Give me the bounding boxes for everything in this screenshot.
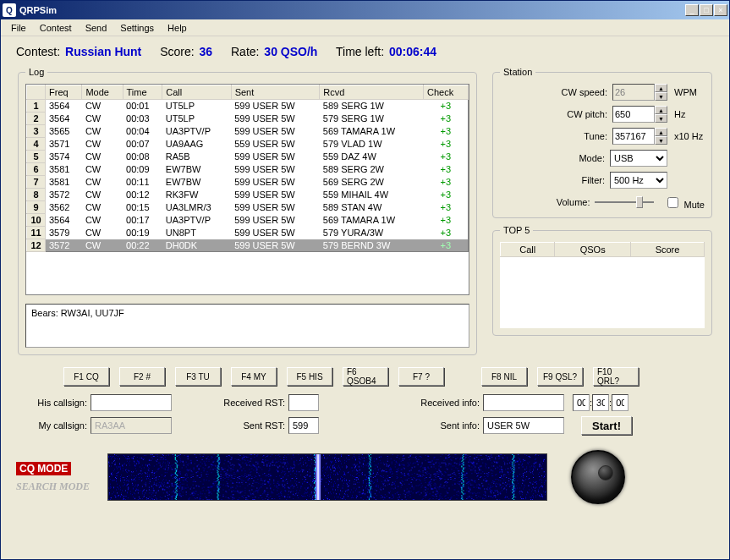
- rrst-input[interactable]: [288, 394, 319, 411]
- tune-down[interactable]: ▼: [655, 136, 667, 145]
- log-col-0[interactable]: [27, 85, 46, 100]
- srst-input[interactable]: [288, 417, 319, 434]
- fkey-f5[interactable]: F5 HIS: [287, 367, 332, 386]
- fkey-f2[interactable]: F2 #: [119, 367, 165, 386]
- top5-body: [500, 257, 705, 328]
- cwspeed-down[interactable]: ▼: [655, 92, 667, 101]
- volume-slider[interactable]: [595, 194, 654, 211]
- log-row[interactable]: 123572CW00:22DH0DK599 USER 5W579 BERND 3…: [27, 239, 469, 252]
- menu-settings[interactable]: Settings: [113, 21, 161, 35]
- menubar: FileContestSendSettingsHelp: [1, 19, 729, 36]
- titlebar: Q QRPSim _ □ ×: [1, 1, 729, 19]
- sinfo-input[interactable]: [483, 417, 564, 434]
- menu-send[interactable]: Send: [79, 21, 114, 35]
- fkey-f3[interactable]: F3 TU: [175, 367, 221, 386]
- bears-box: Bears: RW3AI, UU7JF: [25, 304, 469, 348]
- rrst-label: Received RST:: [172, 398, 285, 408]
- menu-help[interactable]: Help: [161, 21, 194, 35]
- mode-label: Mode:: [579, 153, 605, 163]
- station-box: Station CW speed: ▲▼ WPM CW pitch:: [492, 67, 712, 218]
- log-col-2[interactable]: Mode: [82, 85, 123, 100]
- log-row[interactable]: 93562CW00:15UA3LMR/3599 USER 5W589 STAN …: [27, 201, 469, 214]
- log-col-3[interactable]: Time: [123, 85, 162, 100]
- search-mode-label[interactable]: SEARCH MODE: [16, 480, 90, 493]
- filter-label: Filter:: [582, 175, 606, 185]
- time-hh[interactable]: [573, 394, 590, 411]
- fkey-f10[interactable]: F10 QRL?: [593, 367, 639, 386]
- tuning-knob[interactable]: [571, 450, 625, 504]
- log-row[interactable]: 23564CW00:03UT5LP599 USER 5W579 SERG 1W+…: [27, 113, 469, 125]
- contest-label: Contest:: [16, 45, 60, 58]
- cwspeed-unit: WPM: [674, 87, 705, 97]
- mute-checkbox[interactable]: [667, 197, 678, 208]
- score-value: 36: [200, 45, 213, 58]
- menu-contest[interactable]: Contest: [33, 21, 79, 35]
- rate-value: 30 QSO/h: [264, 45, 317, 58]
- cwpitch-unit: Hz: [674, 109, 705, 119]
- fkey-f7[interactable]: F7 ?: [398, 367, 444, 386]
- top5-table: CallQSOsScore: [500, 242, 705, 257]
- top5-col-1[interactable]: QSOs: [555, 243, 631, 257]
- minimize-button[interactable]: _: [685, 4, 699, 16]
- cwspeed-up[interactable]: ▲: [655, 84, 667, 92]
- tune-up[interactable]: ▲: [655, 128, 667, 136]
- time-ss[interactable]: [612, 394, 628, 411]
- log-legend: Log: [25, 67, 47, 77]
- close-button[interactable]: ×: [714, 4, 727, 16]
- cwspeed-input[interactable]: [612, 84, 655, 101]
- filter-select[interactable]: 500 Hz: [610, 172, 667, 189]
- log-col-4[interactable]: Call: [162, 85, 231, 100]
- cwpitch-up[interactable]: ▲: [655, 106, 667, 114]
- cq-mode-label[interactable]: CQ MODE: [16, 462, 71, 475]
- log-col-6[interactable]: Rcvd: [320, 85, 424, 100]
- log-row[interactable]: 83572CW00:12RK3FW599 USER 5W559 MIHAIL 4…: [27, 189, 469, 201]
- mode-select[interactable]: USB: [610, 150, 667, 167]
- srst-label: Sent RST:: [172, 420, 285, 431]
- hiscall-label: His callsign:: [16, 398, 87, 408]
- log-row[interactable]: 33565CW00:04UA3PTV/P599 USER 5W569 TAMAR…: [27, 125, 469, 138]
- log-col-7[interactable]: Check: [424, 85, 469, 100]
- mycall-input: [91, 417, 172, 434]
- log-row[interactable]: 113579CW00:19UN8PT599 USER 5W579 YURA/3W…: [27, 227, 469, 239]
- rinfo-input[interactable]: [483, 394, 564, 411]
- rate-label: Rate:: [231, 45, 259, 58]
- cwpitch-label: CW pitch:: [567, 109, 607, 119]
- fkey-f8[interactable]: F8 NIL: [481, 367, 527, 386]
- log-col-5[interactable]: Sent: [231, 85, 320, 100]
- tune-label: Tune:: [584, 131, 607, 141]
- waterfall-display[interactable]: [107, 453, 547, 501]
- top5-box: TOP 5 CallQSOsScore: [492, 225, 712, 336]
- log-row[interactable]: 73581CW00:11EW7BW599 USER 5W569 SERG 2W+…: [27, 176, 469, 189]
- station-legend: Station: [500, 67, 535, 77]
- cwpitch-input[interactable]: [612, 106, 655, 123]
- fkey-f1[interactable]: F1 CQ: [63, 367, 109, 386]
- top5-col-0[interactable]: Call: [501, 243, 555, 257]
- log-row[interactable]: 13564CW00:01UT5LP599 USER 5W589 SERG 1W+…: [27, 100, 469, 113]
- cwpitch-down[interactable]: ▼: [655, 114, 667, 123]
- mycall-label: My callsign:: [16, 420, 87, 431]
- log-row[interactable]: 43571CW00:07UA9AAG559 USER 5W579 VLAD 1W…: [27, 138, 469, 151]
- mute-label: Mute: [684, 200, 705, 210]
- contest-name: Russian Hunt: [65, 45, 141, 58]
- fkey-f9[interactable]: F9 QSL?: [537, 367, 583, 386]
- sinfo-label: Sent info:: [319, 420, 480, 431]
- tune-input[interactable]: [612, 128, 655, 145]
- log-row[interactable]: 63581CW00:09EW7BW599 USER 5W589 SERG 2W+…: [27, 163, 469, 176]
- log-row[interactable]: 53574CW00:08RA5B599 USER 5W559 DAZ 4W+3: [27, 151, 469, 163]
- hiscall-input[interactable]: [91, 394, 172, 411]
- fkey-bar: F1 CQF2 #F3 TUF4 MYF5 HISF6 QSOB4F7 ?F8 …: [63, 367, 714, 386]
- top5-col-2[interactable]: Score: [631, 243, 705, 257]
- timeleft-value: 00:06:44: [389, 45, 436, 58]
- top5-legend: TOP 5: [500, 225, 533, 235]
- log-col-1[interactable]: Freq: [46, 85, 82, 100]
- start-button[interactable]: Start!: [581, 416, 632, 435]
- menu-file[interactable]: File: [4, 21, 33, 35]
- fkey-f4[interactable]: F4 MY: [231, 367, 277, 386]
- fkey-f6[interactable]: F6 QSOB4: [343, 367, 388, 386]
- maximize-button[interactable]: □: [700, 4, 713, 16]
- log-row[interactable]: 103564CW00:17UA3PTV/P599 USER 5W569 TAMA…: [27, 214, 469, 227]
- rinfo-label: Received info:: [319, 398, 480, 408]
- app-window: Q QRPSim _ □ × FileContestSendSettingsHe…: [0, 0, 730, 560]
- log-table-container[interactable]: FreqModeTimeCallSentRcvdCheck 13564CW00:…: [25, 84, 469, 295]
- time-mm[interactable]: [592, 394, 609, 411]
